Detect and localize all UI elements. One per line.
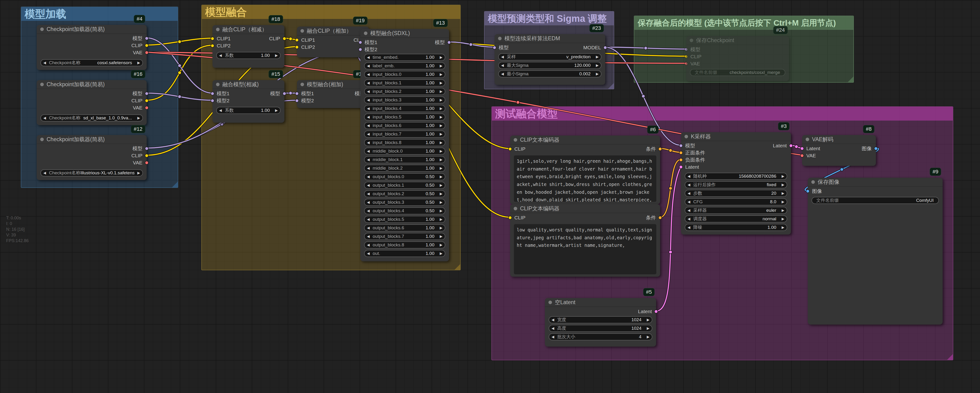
increment-arrow-icon[interactable]: ▶ (437, 243, 442, 247)
output-port-MODEL[interactable] (603, 46, 607, 50)
widget-middle_block.1[interactable]: ◀middle_block.11.00▶ (364, 156, 445, 163)
widget-time_embed.[interactable]: ◀time_embed.1.00▶ (364, 54, 445, 61)
clip-merge-subtract-18-header[interactable]: 融合CLIP（相减） (212, 25, 285, 34)
increment-arrow-icon[interactable]: ▶ (437, 141, 442, 145)
increment-arrow-icon[interactable]: ▶ (779, 225, 784, 230)
decrement-arrow-icon[interactable]: ◀ (367, 166, 373, 170)
input-port-VAE[interactable] (684, 62, 688, 66)
model-sampling-continuous-edm-23[interactable]: 模型连续采样算法EDM模型MODEL◀采样v_prediction▶◀最大Sig… (495, 34, 605, 85)
increment-arrow-icon[interactable]: ▶ (644, 326, 649, 331)
collapse-dot-icon[interactable] (684, 135, 688, 138)
decrement-arrow-icon[interactable]: ◀ (367, 158, 373, 162)
model-merge-add-17[interactable]: 模型融合(相加)模型1模型模型2 (297, 80, 369, 108)
prompt-textarea[interactable]: 1girl,solo,very long hair,green hair,aho… (514, 155, 656, 202)
increment-arrow-icon[interactable]: ▶ (593, 63, 598, 67)
input-port-CLIP[interactable] (508, 216, 512, 220)
increment-arrow-icon[interactable]: ▶ (779, 217, 784, 221)
decrement-arrow-icon[interactable]: ◀ (687, 208, 693, 212)
output-port-CLIP[interactable] (145, 154, 149, 158)
collapse-dot-icon[interactable] (514, 207, 517, 210)
increment-arrow-icon[interactable]: ▶ (779, 191, 784, 195)
widget-降噪[interactable]: ◀降噪1.00▶ (685, 224, 787, 231)
increment-arrow-icon[interactable]: ▶ (593, 55, 598, 59)
collapse-dot-icon[interactable] (301, 29, 304, 33)
widget-最小Sigma[interactable]: ◀最小Sigma0.002▶ (498, 70, 601, 77)
widget-output_blocks.8[interactable]: ◀output_blocks.81.00▶ (364, 241, 445, 249)
output-port-图像[interactable] (874, 147, 878, 150)
increment-arrow-icon[interactable]: ▶ (437, 149, 442, 153)
output-port-Latent[interactable] (654, 310, 658, 313)
decrement-arrow-icon[interactable]: ◀ (43, 171, 49, 175)
decrement-arrow-icon[interactable]: ◀ (687, 191, 693, 195)
input-port-模型[interactable] (679, 144, 683, 148)
widget-input_blocks.6[interactable]: ◀input_blocks.61.00▶ (364, 122, 445, 129)
collapse-dot-icon[interactable] (40, 27, 44, 31)
decrement-arrow-icon[interactable]: ◀ (367, 64, 373, 68)
decrement-arrow-icon[interactable]: ◀ (501, 72, 507, 76)
output-port-模型[interactable] (447, 40, 451, 44)
increment-arrow-icon[interactable]: ▶ (437, 217, 442, 222)
output-port-Latent[interactable] (789, 144, 793, 148)
clip-text-encode-positive-6[interactable]: CLIP文本编码器CLIP条件1girl,solo,very long hair… (510, 136, 660, 204)
checkpoint-loader-simple-12[interactable]: Checkpoint加载器(简易)模型CLIPVAE◀Checkpoint名称I… (37, 135, 147, 180)
collapse-dot-icon[interactable] (216, 83, 220, 86)
increment-arrow-icon[interactable]: ▶ (644, 335, 649, 339)
decrement-arrow-icon[interactable]: ◀ (501, 55, 507, 59)
node-graph-canvas[interactable]: 模型加载模型融合模型预测类型和 Sigma 调整保存融合后的模型 (选中该节点后… (0, 0, 980, 393)
increment-arrow-icon[interactable]: ▶ (437, 55, 442, 59)
decrement-arrow-icon[interactable]: ◀ (367, 149, 373, 153)
widget-output_blocks.0[interactable]: ◀output_blocks.00.50▶ (364, 173, 445, 180)
widget-系数[interactable]: ◀系数1.00▶ (216, 107, 281, 114)
widget-步数[interactable]: ◀步数20▶ (685, 190, 787, 197)
collapse-dot-icon[interactable] (216, 28, 220, 31)
increment-arrow-icon[interactable]: ▶ (779, 183, 784, 187)
input-port-模型2[interactable] (211, 99, 214, 102)
decrement-arrow-icon[interactable]: ◀ (367, 123, 373, 128)
decrement-arrow-icon[interactable]: ◀ (552, 326, 557, 331)
output-port-CLIP[interactable] (283, 37, 286, 40)
increment-arrow-icon[interactable]: ▶ (437, 81, 442, 85)
decrement-arrow-icon[interactable]: ◀ (367, 132, 373, 136)
collapse-dot-icon[interactable] (301, 83, 304, 86)
collapse-dot-icon[interactable] (690, 38, 693, 42)
input-port-CLIP1[interactable] (211, 37, 214, 40)
widget-系数[interactable]: ◀系数1.00▶ (216, 52, 281, 59)
model-merge-subtract-15[interactable]: 融合模型(相减)模型1模型模型2◀系数1.00▶ (212, 80, 285, 123)
widget-高度[interactable]: ◀高度1024▶ (549, 325, 652, 332)
increment-arrow-icon[interactable]: ▶ (593, 72, 598, 76)
output-port-模型[interactable] (145, 147, 149, 150)
widget-Checkpoint名称[interactable]: ◀Checkpoint名称cosxl.safetensors▶ (40, 59, 143, 66)
widget-Checkpoint名称[interactable]: ◀Checkpoint名称Illustrious-XL-v0.1.safeten… (40, 169, 143, 176)
input-port-模型2[interactable] (358, 48, 362, 51)
widget-CFG[interactable]: ◀CFG8.0▶ (685, 198, 787, 205)
widget-Checkpoint名称[interactable]: ◀Checkpoint名称sd_xl_base_1.0_0.9va...▶ (40, 114, 143, 121)
decrement-arrow-icon[interactable]: ◀ (219, 53, 225, 58)
widget-调度器[interactable]: ◀调度器normal▶ (685, 215, 787, 222)
decrement-arrow-icon[interactable]: ◀ (367, 200, 373, 204)
increment-arrow-icon[interactable]: ▶ (134, 116, 140, 120)
decrement-arrow-icon[interactable]: ◀ (367, 81, 373, 85)
increment-arrow-icon[interactable]: ▶ (437, 234, 442, 238)
input-port-模型1[interactable] (295, 92, 299, 96)
checkpoint-loader-simple-4[interactable]: Checkpoint加载器(简易)模型CLIPVAE◀Checkpoint名称c… (37, 25, 147, 70)
collapse-dot-icon[interactable] (40, 137, 44, 141)
decrement-arrow-icon[interactable]: ◀ (367, 115, 373, 119)
decrement-arrow-icon[interactable]: ◀ (367, 183, 373, 187)
output-port-VAE[interactable] (145, 51, 149, 54)
input-port-模型1[interactable] (358, 40, 362, 44)
increment-arrow-icon[interactable]: ▶ (437, 115, 442, 119)
ksampler-3[interactable]: K采样器模型Latent正面条件负面条件Latent◀随机种1566802087… (681, 132, 791, 235)
model-merge-sdxl-13-header[interactable]: 模型融合(SDXL) (360, 29, 449, 38)
decrement-arrow-icon[interactable]: ◀ (687, 225, 693, 230)
ksampler-3-header[interactable]: K采样器 (681, 132, 791, 141)
collapse-dot-icon[interactable] (549, 300, 552, 304)
widget-output_blocks.4[interactable]: ◀output_blocks.40.50▶ (364, 207, 445, 214)
widget-input_blocks.5[interactable]: ◀input_blocks.51.00▶ (364, 113, 445, 121)
vae-decode-8-header[interactable]: VAE解码 (802, 135, 876, 144)
widget-output_blocks.7[interactable]: ◀output_blocks.71.00▶ (364, 233, 445, 240)
decrement-arrow-icon[interactable]: ◀ (367, 251, 373, 256)
output-port-条件[interactable] (658, 216, 662, 220)
model-merge-subtract-15-header[interactable]: 融合模型(相减) (212, 80, 285, 89)
collapse-dot-icon[interactable] (811, 180, 815, 184)
empty-latent-5[interactable]: 空LatentLatent◀宽度1024▶◀高度1024▶◀批次大小4▶ (545, 298, 656, 347)
